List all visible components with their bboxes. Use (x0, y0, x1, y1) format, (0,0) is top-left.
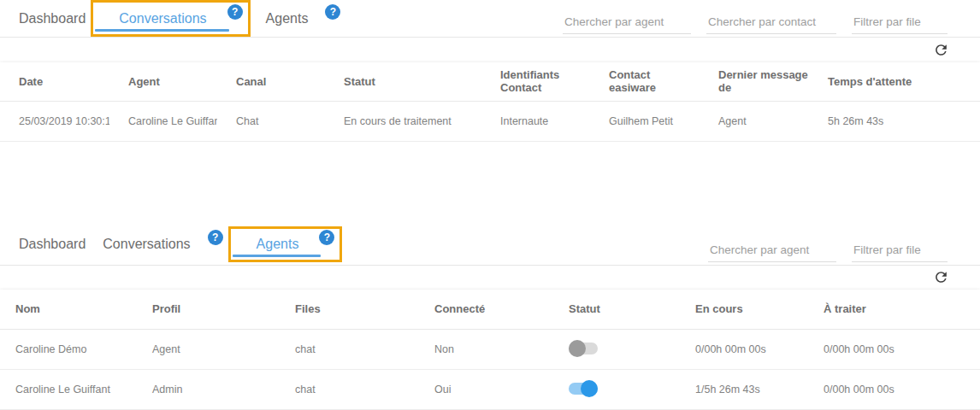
col-header-identifiants-contact: Identifiants Contact (481, 62, 590, 101)
refresh-button[interactable] (930, 267, 951, 288)
cell-dernier-message-de: Agent (700, 101, 809, 141)
tab-dashboard[interactable]: Dashboard (19, 0, 89, 37)
cell-nom: Caroline Le Guiffant (0, 370, 137, 410)
status-toggle[interactable] (569, 380, 598, 397)
cell-date: 25/03/2019 10:30:16 (0, 101, 109, 141)
refresh-icon (933, 42, 949, 58)
tab-dashboard[interactable]: Dashboard (19, 225, 89, 265)
cell-profil: Agent (137, 330, 280, 370)
conversation-row[interactable]: 25/03/2019 10:30:16 Caroline Le Guiffant… (0, 101, 980, 141)
tab-list: Dashboard Conversations ? Agents ? (0, 225, 344, 265)
cell-files: chat (280, 330, 419, 370)
filter-file-input[interactable] (852, 240, 948, 262)
col-header-contact-easiware: Contact easiware (590, 62, 700, 101)
toolbar (0, 266, 980, 290)
conversations-tabbar: Dashboard Conversations ? Agents ? (0, 0, 980, 38)
cell-nom: Caroline Démo (0, 330, 137, 370)
annotation-highlight-conversations: Conversations ? (91, 0, 250, 37)
col-header-statut: Statut (325, 62, 481, 101)
agents-view: Dashboard Conversations ? Agents ? (0, 225, 980, 410)
col-header-canal: Canal (217, 62, 325, 101)
cell-en-cours: 0/00h 00m 00s (680, 330, 808, 370)
col-header-date: Date (0, 62, 109, 101)
tab-agents[interactable]: Agents (239, 229, 316, 260)
col-header-agent: Agent (109, 62, 217, 101)
filter-bar (563, 0, 980, 37)
col-header-profil: Profil (137, 290, 280, 330)
col-header-files: Files (280, 290, 419, 330)
cell-a-traiter: 0/00h 00m 00s (808, 370, 980, 410)
cell-profil: Admin (137, 370, 280, 410)
tab-list: Dashboard Conversations ? Agents ? (0, 0, 344, 37)
cell-canal: Chat (217, 101, 325, 141)
cell-connecte: Non (419, 330, 553, 370)
cell-en-cours: 1/5h 26m 43s (680, 370, 808, 410)
cell-contact-easiware: Guilhem Petit (590, 101, 700, 141)
cell-statut-toggle (553, 330, 680, 370)
refresh-icon (933, 269, 949, 285)
col-header-connecte: Connecté (419, 290, 553, 330)
cell-connecte: Oui (419, 370, 553, 410)
conversations-table-card: Date Agent Canal Statut Identifiants Con… (0, 62, 980, 142)
cell-files: chat (280, 370, 419, 410)
table-header-row: Date Agent Canal Statut Identifiants Con… (0, 62, 980, 101)
refresh-button[interactable] (930, 40, 951, 61)
agent-row: Caroline Démo Agent chat Non 0/00h 00m 0… (0, 330, 980, 370)
col-header-dernier-message-de: Dernier message de (700, 62, 809, 101)
help-icon[interactable]: ? (208, 230, 223, 245)
filter-agent-input[interactable] (708, 240, 836, 262)
help-icon[interactable]: ? (227, 4, 243, 20)
tab-agents[interactable]: Agents (252, 0, 322, 37)
col-header-temps-attente: Temps d'attente (809, 62, 980, 101)
toolbar (0, 38, 980, 62)
agent-row: Caroline Le Guiffant Admin chat Oui 1/5h… (0, 370, 980, 410)
help-icon[interactable]: ? (319, 230, 334, 245)
cell-statut: En cours de traitement (325, 101, 481, 141)
agents-table-card: Nom Profil Files Connecté Statut En cour… (0, 290, 980, 410)
col-header-nom: Nom (0, 290, 137, 330)
col-header-en-cours: En cours (680, 290, 808, 330)
agents-table: Nom Profil Files Connecté Statut En cour… (0, 290, 980, 410)
agents-tabbar: Dashboard Conversations ? Agents ? (0, 225, 980, 266)
cell-identifiants-contact: Internaute (481, 101, 590, 141)
annotation-highlight-agents: Agents ? (228, 226, 343, 262)
toggle-knob (569, 340, 586, 357)
filter-bar (708, 225, 980, 265)
help-icon[interactable]: ? (325, 4, 340, 20)
filter-file-input[interactable] (852, 12, 948, 34)
section-divider-whitespace (0, 142, 980, 225)
col-header-statut: Statut (553, 290, 680, 330)
filter-contact-input[interactable] (706, 12, 836, 34)
table-header-row: Nom Profil Files Connecté Statut En cour… (0, 290, 980, 330)
tab-conversations[interactable]: Conversations (102, 3, 223, 34)
toggle-knob (581, 380, 598, 397)
conversations-view: Dashboard Conversations ? Agents ? (0, 0, 980, 142)
cell-a-traiter: 0/00h 00m 00s (808, 330, 980, 370)
status-toggle[interactable] (569, 340, 598, 357)
tab-conversations[interactable]: Conversations (89, 225, 204, 265)
conversations-table: Date Agent Canal Statut Identifiants Con… (0, 62, 980, 142)
cell-temps-attente: 5h 26m 43s (809, 101, 980, 141)
col-header-a-traiter: À traiter (808, 290, 980, 330)
cell-agent: Caroline Le Guiffant (109, 101, 217, 141)
filter-agent-input[interactable] (563, 12, 691, 34)
cell-statut-toggle (553, 370, 680, 410)
